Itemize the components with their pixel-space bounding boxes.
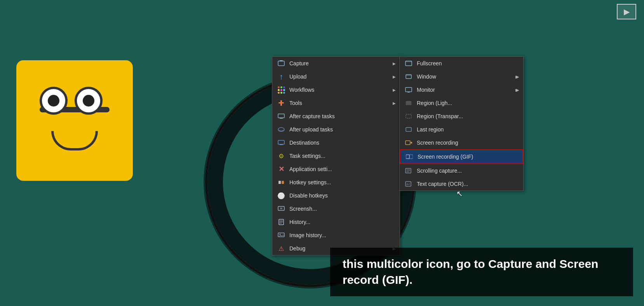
workflows-label: Workflows — [289, 87, 314, 93]
debug-label: Debug — [289, 245, 305, 252]
screen-recording-gif-label: Screen recording (GIF) — [418, 154, 473, 160]
region-transparent-icon — [404, 112, 413, 121]
submenu-item-fullscreen[interactable]: Fullscreen — [400, 57, 523, 70]
menu-item-after-upload[interactable]: After upload tasks — [272, 123, 400, 136]
last-region-icon — [404, 125, 413, 134]
history-icon — [277, 218, 285, 226]
submenu: Fullscreen Window ▶ Monitor ▶ Region (Li… — [399, 56, 524, 191]
annotation-text: this multicolor icon, go to Capture and … — [343, 257, 598, 286]
svg-rect-27 — [406, 114, 411, 118]
menu-item-history[interactable]: History... — [272, 215, 400, 229]
screenshot-icon — [277, 205, 285, 213]
svg-rect-8 — [280, 144, 283, 145]
svg-rect-32 — [409, 155, 413, 159]
submenu-item-region-transparent[interactable]: Region (Transpar... — [400, 110, 523, 123]
text-capture-label: Text capture (OCR)... — [417, 181, 468, 187]
hotkey-label: Hotkey settings... — [289, 179, 331, 185]
region-light-label: Region (Ligh... — [417, 100, 452, 106]
workflows-icon — [277, 86, 285, 94]
screen-recording-gif-icon — [405, 152, 414, 161]
menu-item-upload[interactable]: ↑ Upload — [272, 70, 400, 83]
submenu-item-region-light[interactable]: Region (Ligh... — [400, 96, 523, 110]
svg-rect-3 — [280, 100, 282, 106]
window-label: Window — [417, 73, 436, 80]
task-settings-icon: ⚙ — [277, 152, 285, 160]
submenu-item-screen-recording-gif[interactable]: Screen recording (GIF) — [400, 149, 523, 164]
svg-rect-20 — [406, 61, 412, 62]
upload-icon: ↑ — [277, 72, 285, 81]
app-settings-icon: ✕ — [277, 165, 285, 173]
svg-rect-31 — [406, 155, 409, 159]
menu-item-tools[interactable]: Tools — [272, 96, 400, 110]
svg-rect-23 — [406, 87, 412, 92]
svg-rect-22 — [406, 75, 411, 76]
svg-rect-5 — [280, 118, 283, 119]
window-submenu-arrow: ▶ — [515, 75, 519, 79]
menu-item-task-settings[interactable]: ⚙ Task settings... — [272, 149, 400, 163]
svg-rect-12 — [280, 208, 282, 209]
submenu-item-scrolling-capture[interactable]: Scrolling capture... — [400, 164, 523, 177]
svg-point-18 — [279, 234, 281, 235]
text-capture-icon: A≡ — [404, 180, 413, 188]
context-menu: Capture ↑ Upload Workflows Tools — [272, 56, 400, 255]
screenshot-label: Screensh... — [289, 206, 317, 212]
menu-item-destinations[interactable]: Destinations — [272, 136, 400, 149]
destinations-label: Destinations — [289, 140, 319, 146]
image-history-label: Image history... — [289, 232, 326, 238]
svg-rect-28 — [406, 128, 411, 131]
region-light-icon — [404, 99, 413, 107]
monitor-icon — [404, 86, 413, 94]
disable-hotkeys-icon: ⚪ — [277, 191, 285, 200]
region-transparent-label: Region (Transpar... — [417, 113, 463, 119]
svg-rect-26 — [406, 101, 411, 105]
menu-item-screenshot[interactable]: Screensh... — [272, 202, 400, 215]
svg-rect-9 — [278, 181, 281, 184]
task-settings-label: Task settings... — [289, 153, 325, 159]
submenu-item-text-capture[interactable]: A≡ Text capture (OCR)... — [400, 177, 523, 191]
annotation-box: this multicolor icon, go to Capture and … — [330, 248, 633, 296]
tools-icon — [277, 99, 285, 107]
menu-item-workflows[interactable]: Workflows — [272, 83, 400, 96]
menu-item-disable-hotkeys[interactable]: ⚪ Disable hotkeys — [272, 189, 400, 202]
scrolling-capture-label: Scrolling capture... — [417, 168, 462, 174]
minion-logo — [16, 60, 133, 181]
disable-hotkeys-label: Disable hotkeys — [289, 192, 328, 199]
debug-icon: ⚠ — [277, 244, 285, 253]
svg-rect-10 — [282, 181, 284, 184]
right-eye — [75, 87, 103, 115]
submenu-item-monitor[interactable]: Monitor ▶ — [400, 83, 523, 96]
after-upload-label: After upload tasks — [289, 126, 333, 133]
menu-item-capture[interactable]: Capture — [272, 57, 400, 70]
hotkey-icon — [277, 178, 285, 187]
svg-rect-4 — [278, 114, 284, 118]
app-settings-label: Application setti... — [289, 166, 332, 172]
fullscreen-icon — [404, 59, 413, 68]
submenu-item-screen-recording[interactable]: Screen recording — [400, 136, 523, 149]
menu-item-after-capture[interactable]: After capture tasks — [272, 110, 400, 123]
tools-label: Tools — [289, 100, 302, 106]
image-history-icon — [277, 231, 285, 240]
destinations-icon — [277, 138, 285, 147]
window-icon — [404, 72, 413, 81]
menu-item-hotkey[interactable]: Hotkey settings... — [272, 176, 400, 189]
submenu-item-window[interactable]: Window ▶ — [400, 70, 523, 83]
svg-rect-1 — [280, 60, 283, 61]
capture-icon — [277, 59, 285, 68]
upload-label: Upload — [289, 73, 306, 80]
svg-rect-29 — [406, 141, 410, 145]
last-region-label: Last region — [417, 126, 444, 133]
screen-recording-icon — [404, 138, 413, 147]
fullscreen-label: Fullscreen — [417, 60, 442, 66]
menu-item-app-settings[interactable]: ✕ Application setti... — [272, 163, 400, 176]
monitor-submenu-arrow: ▶ — [515, 88, 519, 92]
scrolling-capture-icon — [404, 166, 413, 175]
minion-smile — [51, 131, 98, 150]
menu-item-image-history[interactable]: Image history... — [272, 229, 400, 242]
monitor-label: Monitor — [417, 87, 435, 93]
svg-rect-0 — [278, 61, 284, 66]
top-right-button[interactable]: ▶ — [617, 4, 636, 19]
left-eye — [40, 87, 68, 115]
submenu-item-last-region[interactable]: Last region — [400, 123, 523, 136]
after-capture-label: After capture tasks — [289, 113, 335, 119]
after-upload-icon — [277, 125, 285, 134]
